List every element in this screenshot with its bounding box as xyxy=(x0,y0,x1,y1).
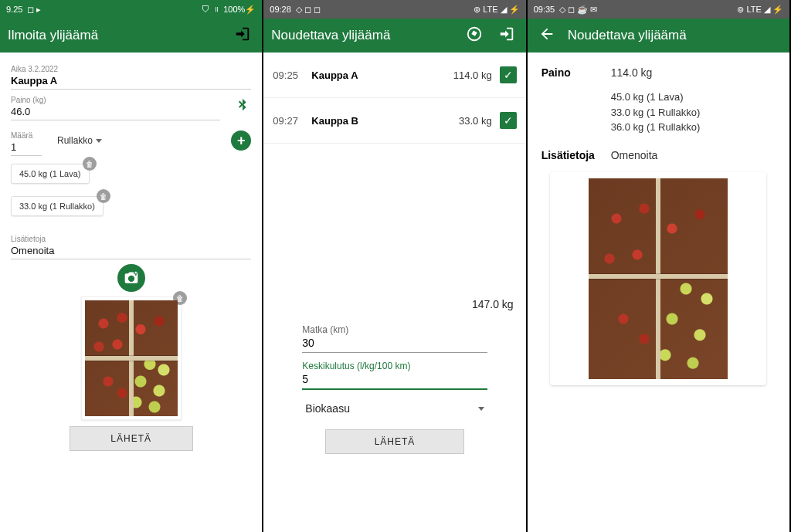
status-left-icons: ◇ ◻ ◻ xyxy=(296,5,321,15)
row-time: 09:27 xyxy=(273,115,311,127)
status-time: 9.25 xyxy=(6,5,22,14)
status-right-icons: ⛉ ॥ 100%⚡ xyxy=(202,5,256,15)
pickup-row[interactable]: 09:25 Kauppa A 114.0 kg ✓ xyxy=(263,53,525,98)
row-store: Kauppa B xyxy=(311,115,459,127)
add-button[interactable]: + xyxy=(231,130,251,151)
entry-chip: 45.0 kg (1 Lava) 🗑 xyxy=(11,164,90,184)
extra-input[interactable]: Omenoita xyxy=(11,243,251,259)
entry-text: 45.0 kg (1 Lava) xyxy=(19,169,81,178)
breakdown-line: 36.0 kg (1 Rullakko) xyxy=(611,120,776,135)
weight-value: 114.0 kg xyxy=(611,66,653,79)
status-bar: 09:35 ◇ ◻ ☕ ✉ ⊚ LTE ◢ ⚡ xyxy=(528,0,789,19)
detail-area: Paino 114.0 kg 45.0 kg (1 Lava) 33.0 kg … xyxy=(528,53,789,532)
status-lte: ⊚ LTE ◢ ⚡ xyxy=(474,5,520,15)
photo-thumbnail[interactable]: 🗑 xyxy=(81,296,182,420)
exit-icon[interactable] xyxy=(231,25,254,46)
compass-icon[interactable] xyxy=(463,25,486,46)
send-button[interactable]: LÄHETÄ xyxy=(70,426,193,451)
app-bar: Noudettava ylijäämä xyxy=(263,19,525,53)
row-weight: 114.0 kg xyxy=(453,69,492,81)
send-button[interactable]: LÄHETÄ xyxy=(325,429,464,454)
camera-button[interactable] xyxy=(117,264,145,292)
qty-input[interactable]: 1 xyxy=(11,140,42,156)
extra-value: Omenoita xyxy=(611,149,658,161)
extra-label: Lisätietoja xyxy=(11,235,251,243)
screen-pickup-detail: 09:35 ◇ ◻ ☕ ✉ ⊚ LTE ◢ ⚡ Noudettava ylijä… xyxy=(528,0,791,532)
fuel-select[interactable]: Biokaasu xyxy=(302,391,487,426)
app-bar: Noudettava ylijäämä xyxy=(528,19,789,53)
row-weight: 33.0 kg xyxy=(459,115,492,127)
distance-input[interactable]: 30 xyxy=(302,335,487,353)
breakdown-line: 45.0 kg (1 Lava) xyxy=(611,90,776,105)
apples-image xyxy=(85,300,178,416)
distance-label: Matka (km) xyxy=(302,324,487,335)
weight-breakdown: 45.0 kg (1 Lava) 33.0 kg (1 Rullakko) 36… xyxy=(611,90,776,135)
weight-input[interactable]: 46.0 xyxy=(11,104,220,120)
fuel-value: Biokaasu xyxy=(305,402,350,415)
entry-text: 33.0 kg (1 Rullakko) xyxy=(19,202,95,211)
unit-select[interactable]: Rullakko xyxy=(57,135,102,146)
status-left-icons: ◇ ◻ ☕ ✉ xyxy=(559,5,597,15)
bluetooth-icon[interactable] xyxy=(234,97,251,119)
status-left-icons: ◻ ▸ xyxy=(27,5,41,15)
extra-label: Lisätietoja xyxy=(541,149,611,161)
total-weight: 147.0 kg xyxy=(263,298,525,310)
store-field[interactable]: Kauppa A xyxy=(11,73,251,90)
status-lte: ⊚ LTE ◢ ⚡ xyxy=(737,5,783,15)
consumption-input[interactable]: 5 xyxy=(302,371,487,390)
pickup-row[interactable]: 09:27 Kauppa B 33.0 kg ✓ xyxy=(263,98,525,144)
time-label: Aika 3.2.2022 xyxy=(11,65,251,73)
back-icon[interactable] xyxy=(535,25,558,46)
screen-report-surplus: 9.25◻ ▸ ⛉ ॥ 100%⚡ Ilmoita ylijäämä Aika … xyxy=(0,0,263,532)
list-area: 09:25 Kauppa A 114.0 kg ✓ 09:27 Kauppa B… xyxy=(263,53,525,532)
page-title: Ilmoita ylijäämä xyxy=(8,28,222,43)
entries-list: 45.0 kg (1 Lava) 🗑 33.0 kg (1 Rullakko) … xyxy=(11,164,251,229)
screen-pickup-list: 09:28 ◇ ◻ ◻ ⊚ LTE ◢ ⚡ Noudettava ylijääm… xyxy=(263,0,527,532)
trip-form: Matka (km) 30 Keskikulutus (l/kg/100 km)… xyxy=(263,310,525,466)
page-title: Noudettava ylijäämä xyxy=(271,28,453,43)
status-time: 09:35 xyxy=(534,5,555,14)
app-bar: Ilmoita ylijäämä xyxy=(0,19,262,53)
weight-label: Paino xyxy=(541,66,611,79)
status-bar: 9.25◻ ▸ ⛉ ॥ 100%⚡ xyxy=(0,0,262,19)
page-title: Noudettava ylijäämä xyxy=(568,28,782,43)
unit-value: Rullakko xyxy=(57,135,93,146)
chevron-down-icon xyxy=(478,407,484,411)
status-bar: 09:28 ◇ ◻ ◻ ⊚ LTE ◢ ⚡ xyxy=(263,0,525,19)
form-area: Aika 3.2.2022 Kauppa A Paino (kg) 46.0 M… xyxy=(0,53,262,532)
delete-entry-icon[interactable]: 🗑 xyxy=(97,189,110,203)
consumption-label: Keskikulutus (l/kg/100 km) xyxy=(302,361,487,371)
chevron-down-icon xyxy=(96,139,102,143)
apples-image xyxy=(589,178,728,379)
check-icon[interactable]: ✓ xyxy=(500,112,517,129)
status-time: 09:28 xyxy=(270,5,291,14)
row-time: 09:25 xyxy=(273,69,311,81)
entry-chip: 33.0 kg (1 Rullakko) 🗑 xyxy=(11,196,104,216)
photo-card[interactable] xyxy=(550,172,766,385)
delete-entry-icon[interactable]: 🗑 xyxy=(83,157,97,171)
exit-icon[interactable] xyxy=(495,25,518,46)
qty-label: Määrä xyxy=(11,131,42,140)
row-store: Kauppa A xyxy=(311,69,453,81)
weight-label: Paino (kg) xyxy=(11,96,220,104)
breakdown-line: 33.0 kg (1 Rullakko) xyxy=(611,105,776,120)
check-icon[interactable]: ✓ xyxy=(500,66,517,83)
